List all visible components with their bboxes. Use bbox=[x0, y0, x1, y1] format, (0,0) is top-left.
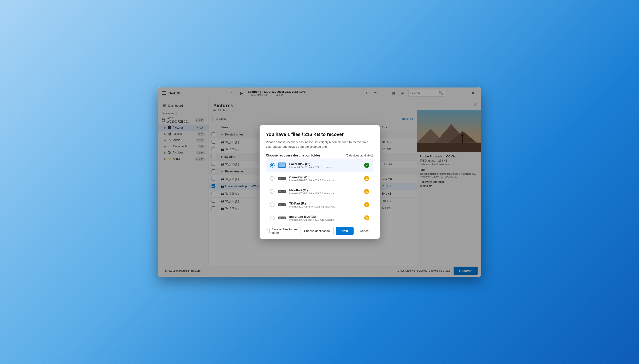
modal-overlay: You have 1 files / 216 KB to recover Ple… bbox=[158, 88, 481, 277]
device-name-e: MainPart (E:) bbox=[289, 188, 361, 192]
device-status-d: ⚠ bbox=[364, 176, 369, 181]
device-icon-f bbox=[278, 202, 286, 208]
svg-point-18 bbox=[284, 204, 285, 206]
device-item-c[interactable]: Local Disk (C:) Internal 465 GB disk • 2… bbox=[266, 159, 373, 172]
modal-title: You have 1 files / 216 KB to recover bbox=[266, 132, 373, 137]
device-info-e: MainPart (E:) Internal 857 GB disk • 185… bbox=[289, 188, 361, 195]
svg-rect-20 bbox=[279, 217, 281, 218]
device-meta-c: Internal 465 GB disk • 283 GB available bbox=[289, 166, 361, 168]
modal-footer: Save all files to one folder Choose dest… bbox=[260, 223, 380, 239]
device-status-g: ⚠ bbox=[364, 215, 369, 220]
svg-rect-9 bbox=[279, 167, 285, 168]
device-icon-c bbox=[278, 162, 286, 168]
devices-count: (5 devices available) bbox=[346, 154, 373, 157]
device-meta-e: Internal 857 GB disk • 185 GB available bbox=[289, 192, 361, 195]
device-list: Local Disk (C:) Internal 465 GB disk • 2… bbox=[266, 158, 373, 223]
save-one-folder-text: Save all files to one folder bbox=[272, 228, 298, 234]
device-info-f: TD-Part (F:) Internal 29.2 GB disk • 29.… bbox=[289, 202, 361, 208]
svg-rect-14 bbox=[279, 191, 281, 192]
device-info-g: Important files (G:) Internal 276 GB dis… bbox=[289, 215, 361, 221]
radio-e[interactable] bbox=[270, 189, 275, 194]
device-status-f: ⚠ bbox=[364, 202, 369, 207]
svg-rect-11 bbox=[279, 178, 281, 179]
device-status-c: ✓ bbox=[364, 163, 369, 168]
device-item-d[interactable]: GamePart (D:) Internal 878 GB disk • 139… bbox=[266, 172, 373, 185]
save-one-folder-label[interactable]: Save all files to one folder bbox=[266, 228, 298, 234]
cancel-button[interactable]: Cancel bbox=[356, 227, 373, 235]
device-name-c: Local Disk (C:) bbox=[289, 162, 361, 166]
radio-d[interactable] bbox=[270, 176, 275, 181]
radio-g[interactable] bbox=[270, 216, 275, 220]
device-meta-d: Internal 878 GB disk • 139 GB available bbox=[289, 179, 361, 182]
device-item-f[interactable]: TD-Part (F:) Internal 29.2 GB disk • 29.… bbox=[266, 198, 373, 212]
device-item-e[interactable]: MainPart (E:) Internal 857 GB disk • 185… bbox=[266, 185, 373, 198]
device-status-e: ⚠ bbox=[364, 189, 369, 194]
device-meta-f: Internal 29.2 GB disk • 29.1 GB availabl… bbox=[289, 205, 361, 208]
device-item-g[interactable]: Important files (G:) Internal 276 GB dis… bbox=[266, 212, 373, 223]
svg-rect-8 bbox=[279, 164, 285, 167]
svg-rect-17 bbox=[279, 204, 281, 206]
device-icon-g bbox=[278, 215, 286, 221]
modal-description: Please choose recovery destination. It i… bbox=[266, 140, 373, 149]
device-icon-e bbox=[278, 188, 286, 195]
device-info-c: Local Disk (C:) Internal 465 GB disk • 2… bbox=[289, 162, 361, 168]
radio-dot-c bbox=[271, 164, 273, 166]
recovery-modal: You have 1 files / 216 KB to recover Ple… bbox=[260, 125, 380, 239]
svg-point-12 bbox=[284, 178, 285, 179]
svg-point-15 bbox=[284, 191, 285, 192]
device-meta-g: Internal 276 GB disk • 39.1 GB available bbox=[289, 218, 361, 221]
device-name-g: Important files (G:) bbox=[289, 215, 361, 218]
device-name-d: GamePart (D:) bbox=[289, 176, 361, 179]
choose-dest-label: Choose recovery destination folder bbox=[266, 154, 320, 157]
choose-destination-button[interactable]: Choose destination bbox=[300, 227, 334, 235]
radio-f[interactable] bbox=[270, 202, 275, 207]
next-button[interactable]: Next bbox=[336, 227, 354, 235]
device-icon-d bbox=[278, 175, 286, 182]
modal-content: You have 1 files / 216 KB to recover Ple… bbox=[260, 125, 380, 223]
device-info-d: GamePart (D:) Internal 878 GB disk • 139… bbox=[289, 176, 361, 182]
modal-section-label: Choose recovery destination folder (5 de… bbox=[266, 154, 373, 157]
radio-c[interactable] bbox=[270, 163, 275, 168]
modal-actions: Choose destination Next Cancel bbox=[300, 227, 373, 235]
save-one-folder-checkbox[interactable] bbox=[266, 229, 270, 233]
svg-point-21 bbox=[284, 217, 285, 218]
app-window: Disk Drill ⌂ ▶ Scanning "WDC WD2003FZEX-… bbox=[158, 88, 481, 277]
device-name-f: TD-Part (F:) bbox=[289, 202, 361, 205]
